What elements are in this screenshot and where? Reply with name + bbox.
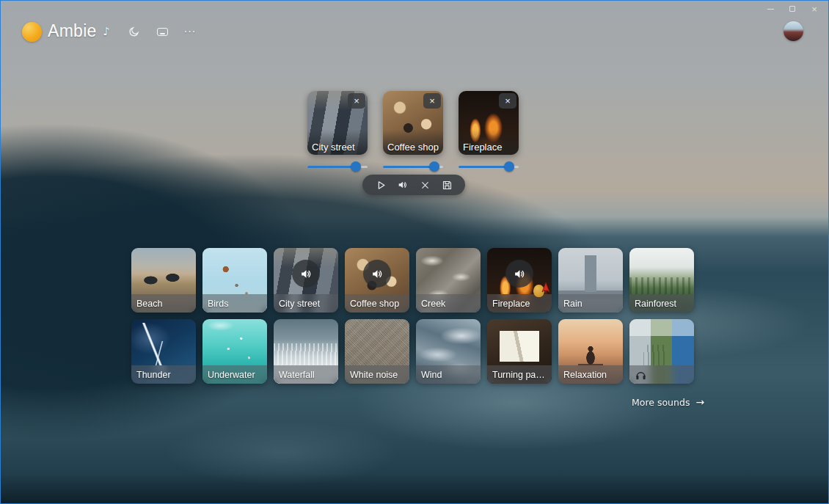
sound-tile-beach[interactable]: Beach — [131, 248, 196, 313]
player-bar — [362, 175, 465, 195]
volume-slider[interactable] — [383, 161, 443, 172]
app-title: Ambie — [48, 21, 97, 41]
sleep-timer-moon-icon[interactable] — [125, 23, 143, 40]
sound-tile-waterfall[interactable]: Waterfall — [274, 319, 338, 384]
account-avatar[interactable] — [784, 21, 803, 41]
sound-tile-relaxation[interactable]: Relaxation — [558, 319, 623, 384]
sound-tile-coffee-shop[interactable]: Coffee shop — [345, 248, 409, 313]
remove-sound-button[interactable]: × — [423, 93, 441, 109]
active-card-label: Coffee shop — [383, 142, 443, 153]
slider-fill — [307, 166, 356, 168]
ambie-window: × Ambie ♪ ··· City street × — [0, 0, 829, 504]
playing-speaker-icon — [292, 260, 320, 288]
sound-tile-city-street[interactable]: City street — [274, 248, 338, 313]
sound-tile-birds[interactable]: Birds — [202, 248, 267, 313]
sound-tile-fireplace[interactable]: Fireplace — [487, 248, 552, 313]
slider-fill — [459, 166, 509, 168]
tile-label-bar: Coffee shop — [345, 294, 409, 313]
active-card-image: City street × — [307, 91, 368, 155]
minimize-button[interactable] — [759, 1, 781, 17]
close-icon: × — [354, 96, 359, 106]
tile-label-bar — [629, 365, 694, 384]
more-options-icon[interactable]: ··· — [181, 23, 199, 40]
volume-slider[interactable] — [459, 161, 519, 172]
active-card-fireplace: Fireplace × — [459, 91, 519, 172]
sound-catalog-grid: Beach Birds — [131, 248, 694, 384]
sound-tile-creek[interactable]: Creek — [416, 248, 481, 313]
header-toolbar: ♪ ··· — [98, 23, 199, 40]
tile-label: City street — [279, 299, 320, 309]
app-header: Ambie ♪ ··· — [1, 20, 828, 46]
tile-label: Rain — [563, 299, 583, 309]
clear-active-sounds-button[interactable] — [417, 177, 433, 193]
more-sounds-link[interactable]: More sounds → — [632, 396, 704, 408]
tile-label: Rainforest — [635, 299, 676, 309]
tile-label: Turning pa… — [492, 370, 545, 380]
tile-label-bar: Birds — [202, 294, 267, 313]
play-button[interactable] — [373, 177, 389, 193]
slider-thumb[interactable] — [429, 161, 439, 172]
tile-label-bar: Rain — [558, 294, 623, 313]
tile-label: Creek — [421, 299, 445, 309]
tile-label-bar: Turning pa… — [487, 365, 552, 384]
remove-sound-button[interactable]: × — [499, 93, 516, 109]
mini-player-icon[interactable] — [153, 23, 171, 40]
active-card-city-street: City street × — [307, 91, 368, 172]
music-note-icon[interactable]: ♪ — [98, 23, 115, 40]
sound-tile-underwater[interactable]: Underwater — [202, 319, 267, 384]
close-icon: × — [811, 4, 817, 14]
active-card-image: Coffee shop × — [383, 91, 443, 155]
slider-thumb[interactable] — [351, 161, 361, 172]
tile-label: Thunder — [136, 370, 171, 380]
sound-tile-mix[interactable] — [629, 319, 694, 384]
global-volume-button[interactable] — [395, 177, 411, 193]
active-card-coffee-shop: Coffee shop × — [383, 91, 443, 172]
tile-label-bar: Rainforest — [629, 294, 694, 313]
tile-label-bar: Waterfall — [274, 365, 338, 384]
sound-tile-rain[interactable]: Rain — [558, 248, 623, 313]
active-sound-cards: City street × Coffee shop × — [307, 91, 519, 172]
tile-label-bar: Relaxation — [558, 365, 623, 384]
sound-tile-rainforest[interactable]: Rainforest — [629, 248, 694, 313]
active-card-label: Fireplace — [459, 142, 519, 153]
playing-speaker-icon — [363, 260, 391, 288]
close-icon: × — [429, 96, 435, 106]
tile-label: Underwater — [208, 370, 255, 380]
slider-thumb[interactable] — [504, 161, 514, 172]
maximize-button[interactable] — [781, 1, 803, 17]
playing-speaker-icon — [505, 260, 533, 288]
sound-tile-turning-pages[interactable]: Turning pa… — [487, 319, 552, 384]
tile-label: Waterfall — [279, 370, 315, 380]
save-mix-button[interactable] — [439, 177, 455, 193]
titlebar-controls: × — [759, 1, 825, 17]
mouse-cursor — [533, 282, 552, 301]
tile-label-bar: Underwater — [202, 365, 267, 384]
remove-sound-button[interactable]: × — [348, 93, 365, 109]
sound-tile-thunder[interactable]: Thunder — [131, 319, 196, 384]
tile-label-bar: City street — [274, 294, 338, 313]
mini-player-glyph — [157, 28, 168, 36]
tile-label-bar: Thunder — [131, 365, 196, 384]
maximize-icon — [789, 6, 795, 12]
tile-label-bar: Wind — [416, 365, 481, 384]
tile-label: Relaxation — [563, 370, 607, 380]
active-card-label: City street — [307, 142, 368, 153]
sound-tile-wind[interactable]: Wind — [416, 319, 481, 384]
ambie-logo — [22, 22, 42, 42]
slider-fill — [383, 166, 434, 168]
close-icon: × — [505, 96, 511, 106]
tile-label-bar: Creek — [416, 294, 481, 313]
tile-label: Wind — [421, 370, 442, 380]
headphones-icon — [635, 369, 647, 380]
tile-label: Beach — [136, 299, 162, 309]
close-window-button[interactable]: × — [803, 1, 825, 17]
tile-label: White noise — [350, 370, 398, 380]
tile-label: Coffee shop — [350, 299, 399, 309]
tile-label-bar: Beach — [131, 294, 196, 313]
sound-tile-white-noise[interactable]: White noise — [345, 319, 409, 384]
minimize-icon — [767, 9, 774, 10]
tile-label: Birds — [208, 299, 228, 309]
arrow-right-icon: → — [695, 396, 704, 408]
tile-label-bar: White noise — [345, 365, 409, 384]
volume-slider[interactable] — [307, 161, 368, 172]
